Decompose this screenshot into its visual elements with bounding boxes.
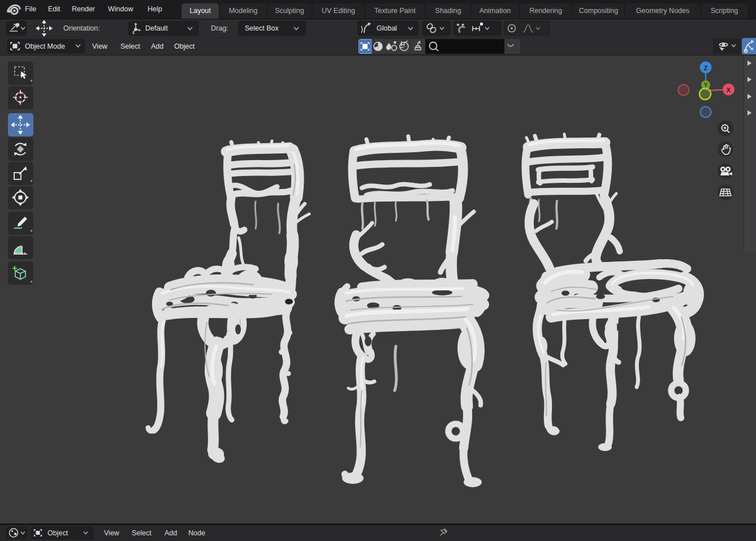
svg-text:Y: Y bbox=[704, 82, 708, 88]
svg-text:X: X bbox=[727, 87, 731, 93]
svg-text:Z: Z bbox=[704, 65, 708, 71]
